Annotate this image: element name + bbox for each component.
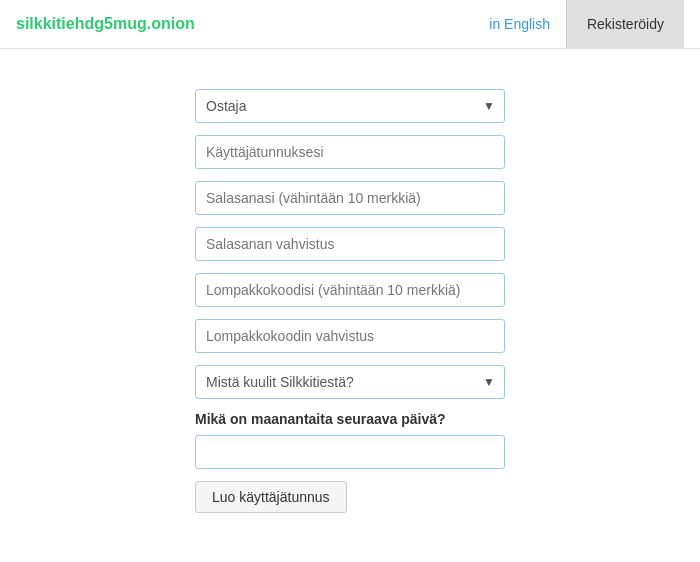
- username-input[interactable]: [195, 135, 505, 169]
- wallet-confirm-input[interactable]: [195, 319, 505, 353]
- role-select-wrapper: Ostaja Myyjä ▼: [195, 89, 505, 123]
- password-confirm-input[interactable]: [195, 227, 505, 261]
- language-link[interactable]: in English: [473, 16, 566, 32]
- captcha-question-label: Mikä on maanantaita seuraava päivä?: [195, 411, 505, 427]
- role-select[interactable]: Ostaja Myyjä: [195, 89, 505, 123]
- password-input[interactable]: [195, 181, 505, 215]
- captcha-group: Mikä on maanantaita seuraava päivä?: [195, 411, 505, 469]
- heard-select-wrapper: Mistä kuulit Silkkitiestä? Googlesta Kav…: [195, 365, 505, 399]
- header: silkkitiehdg5mug.onion in English Rekist…: [0, 0, 700, 49]
- register-button[interactable]: Rekisteröidy: [566, 0, 684, 48]
- main-content: Ostaja Myyjä ▼ Mistä kuulit Silkkitiestä…: [0, 49, 700, 553]
- submit-button[interactable]: Luo käyttäjätunnus: [195, 481, 347, 513]
- header-right: in English Rekisteröidy: [473, 0, 684, 48]
- heard-select[interactable]: Mistä kuulit Silkkitiestä? Googlesta Kav…: [195, 365, 505, 399]
- site-logo[interactable]: silkkitiehdg5mug.onion: [16, 15, 195, 33]
- captcha-input[interactable]: [195, 435, 505, 469]
- wallet-input[interactable]: [195, 273, 505, 307]
- registration-form: Ostaja Myyjä ▼ Mistä kuulit Silkkitiestä…: [195, 89, 505, 513]
